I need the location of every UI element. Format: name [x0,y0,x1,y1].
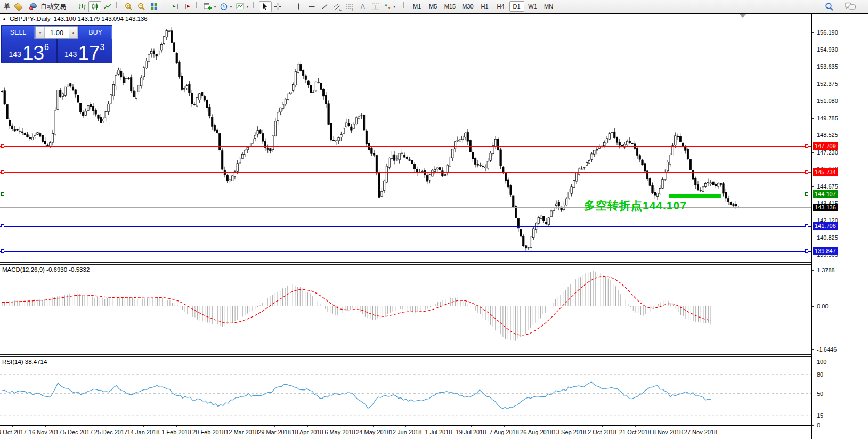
timeframe-h1[interactable]: H1 [477,1,492,12]
timeframe-h4[interactable]: H4 [493,1,508,12]
axis-tick-mark [812,32,814,33]
text-a-icon: A [359,3,366,10]
equidistant-channel-button[interactable]: E [331,1,344,12]
chart-shift-button[interactable] [181,1,194,12]
date-tick-mark [405,426,406,427]
date-label: 1 Jul 2018 [425,429,452,435]
zoom-out-icon [137,3,145,11]
timeframe-m15[interactable]: M15 [442,1,458,12]
line-chart-button[interactable] [101,1,114,12]
hline-anchor[interactable] [805,224,808,227]
hline-anchor[interactable] [1,144,4,148]
crosshair-button[interactable] [272,1,285,12]
hline-145.734[interactable] [0,172,811,173]
axis-tick-mark [812,394,814,394]
sell-price-big: 13 [22,45,44,61]
highlight-rectangle[interactable] [669,194,721,198]
candlestick-chart-button[interactable] [88,1,101,12]
hline-anchor[interactable] [1,192,4,196]
buy-price-pip: 3 [100,43,105,52]
vertical-line-button[interactable] [293,1,305,12]
volume-decrease-button[interactable]: ▼ [36,27,45,38]
autotrading-button[interactable] [28,1,39,12]
macd-label: MACD(12,26,9) -0.6930 -0.5332 [2,266,90,273]
bar-chart-button[interactable] [76,1,88,12]
timeframe-m5[interactable]: M5 [426,1,441,12]
date-tick-mark [439,426,439,427]
new-chart-button[interactable]: ▼ [202,1,218,12]
hline-anchor[interactable] [1,249,4,253]
axis-tick-mark [812,135,814,135]
hline-anchor[interactable] [1,224,4,227]
buy-price[interactable]: 143 17 3 [58,39,112,63]
collapse-arrow-icon[interactable]: ▲ [2,17,6,21]
fibonacci-button[interactable]: F [344,1,356,12]
date-tick-mark [701,426,701,427]
hline-anchor[interactable] [805,144,808,148]
price-tick: 144.675 [817,183,838,190]
text-label-button[interactable]: T [369,1,382,12]
hline-139.847[interactable] [0,251,811,252]
cursor-button[interactable] [259,1,272,12]
timeframe-m30[interactable]: M30 [459,1,476,12]
chart-shift-marker-icon[interactable] [740,14,746,18]
annotation-text[interactable]: 多空转折点144.107 [584,198,687,213]
rsi-chart [0,357,811,425]
buy-button[interactable]: BUY [79,26,112,39]
date-tick-mark [143,426,144,427]
price-tick: 147.230 [817,149,838,156]
svg-text:A: A [361,3,366,10]
vertical-line-icon [295,3,302,10]
horizontal-line-button[interactable] [305,1,318,12]
auto-scroll-button[interactable] [168,1,181,12]
new-chart-icon [204,3,212,11]
new-order-icon-button[interactable] [12,1,25,12]
volume-input[interactable]: 1.00 [45,27,69,38]
price-axis[interactable]: 156.190154.930153.635152.375151.080149.7… [811,14,868,439]
hline-anchor[interactable] [805,170,808,174]
autotrading-label[interactable]: 自动交易 [39,2,68,11]
date-label: 29 Mar 2018 [258,429,291,435]
tile-windows-button[interactable] [148,1,160,12]
hline-anchor[interactable] [805,249,808,253]
line-chart-icon [104,3,112,10]
zoom-in-button[interactable] [122,1,135,12]
axis-tick-mark [812,349,814,350]
toolbar-grip [403,2,407,11]
search-icon[interactable] [825,2,834,11]
periods-button[interactable]: ▼ [218,1,234,12]
hline-141.706[interactable] [0,226,811,227]
timeframe-m1[interactable]: M1 [410,1,425,12]
cursor-icon [261,3,269,11]
volume-increase-button[interactable]: ▲ [69,27,78,38]
text-button[interactable]: A [356,1,369,12]
hline-147.709[interactable] [0,146,811,147]
date-tick-mark [176,426,177,427]
axis-tick-mark [812,101,814,101]
hline-anchor[interactable] [805,192,808,196]
date-label: 9 Oct 2017 [0,429,27,435]
sell-price[interactable]: 143 13 6 [2,39,58,63]
timeframe-w1[interactable]: W1 [525,1,540,12]
zoom-in-icon [125,3,133,11]
axis-tick-mark [812,186,814,187]
chat-icon[interactable] [845,2,856,11]
templates-button[interactable]: ▼ [234,1,251,12]
toolbar-grip [163,2,166,11]
timeframe-d1[interactable]: D1 [509,1,524,12]
date-label: 12 Mar 2018 [225,429,258,435]
sell-button[interactable]: SELL [2,26,35,39]
toolbar-grip [70,2,74,11]
arrows-button[interactable]: ▼ [382,1,398,12]
fibonacci-icon: F [346,3,354,11]
date-label: 8 Nov 2018 [653,429,683,435]
date-axis[interactable]: 9 Oct 201716 Nov 20175 Dec 201725 Dec 20… [0,425,811,439]
timeframe-mn[interactable]: MN [541,1,556,12]
trendline-button[interactable] [318,1,331,12]
hline-anchor[interactable] [1,170,4,174]
zoom-out-button[interactable] [135,1,148,12]
new-order-button[interactable]: 单 [2,2,12,11]
channel-icon: E [333,3,342,11]
main-toolbar: 单 自动交易 ▼ ▼ ▼ [0,0,868,13]
date-label: 6 May 2018 [325,429,355,435]
